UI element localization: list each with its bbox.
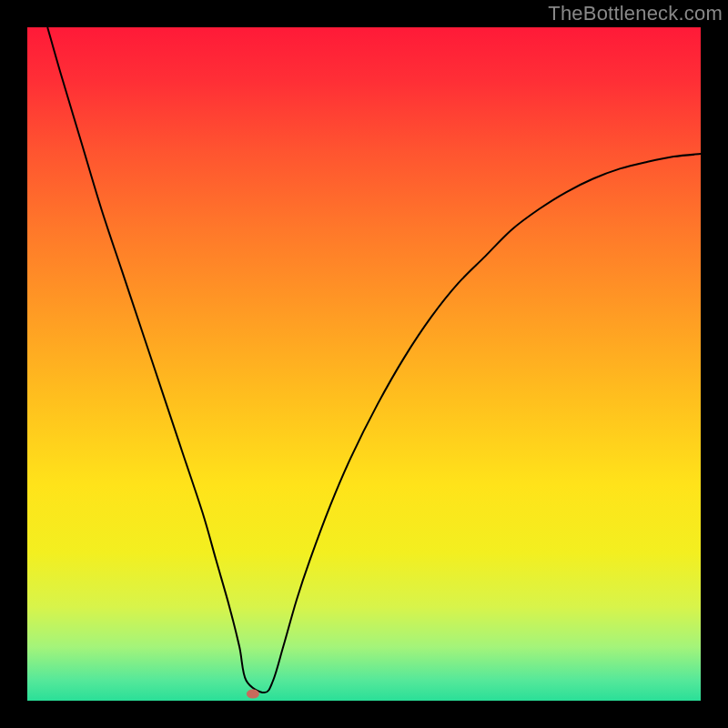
watermark-text: TheBottleneck.com — [548, 2, 723, 25]
chart-container: TheBottleneck.com — [0, 0, 728, 728]
optimal-point-marker — [247, 690, 259, 699]
bottleneck-chart — [0, 0, 728, 728]
plot-area — [27, 27, 701, 701]
